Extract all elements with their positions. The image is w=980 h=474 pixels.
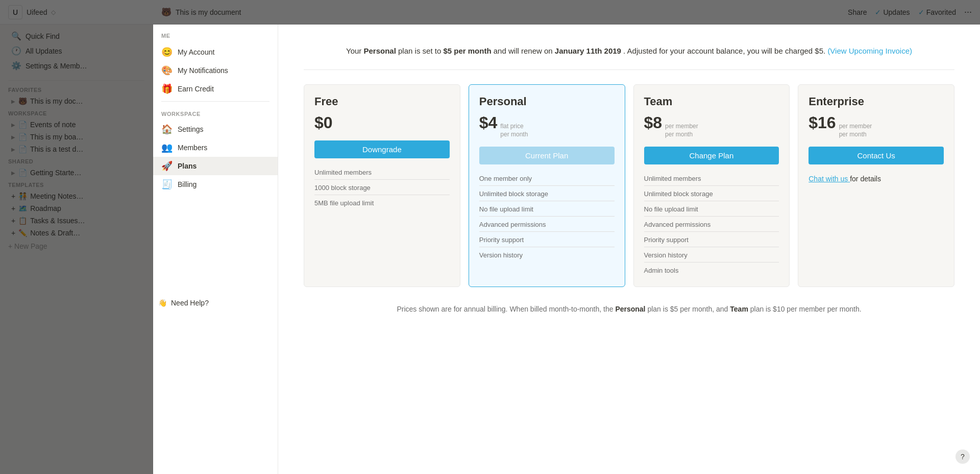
downgrade-button[interactable]: Downgrade — [314, 140, 450, 158]
feature-item: Unlimited block storage — [479, 190, 615, 201]
help-icon-button[interactable]: ? — [955, 449, 970, 464]
notifications-icon: 🎨 — [161, 65, 173, 76]
feature-item: 1000 block storage — [314, 184, 450, 195]
plan-card-team: Team $8 per member per month Change Plan… — [633, 84, 790, 287]
settings-item-label: My Notifications — [178, 66, 228, 75]
feature-item: Admin tools — [644, 267, 779, 274]
header-price: $5 per month — [443, 46, 491, 55]
settings-item-settings[interactable]: 🏠 Settings — [153, 120, 278, 138]
footer-plan2: Team — [730, 305, 748, 313]
plan-price-detail-enterprise: per member per month — [839, 123, 872, 138]
feature-item: Priority support — [644, 236, 779, 247]
plans-header: Your Personal plan is set to $5 per mont… — [304, 45, 954, 57]
footer-plan1: Personal — [615, 305, 645, 313]
settings-item-my-notifications[interactable]: 🎨 My Notifications — [153, 61, 278, 80]
settings-item-label: Settings — [178, 125, 204, 133]
wave-icon: 👋 — [158, 299, 167, 307]
plan-price-row-enterprise: $16 per member per month — [808, 113, 944, 138]
settings-item-members[interactable]: 👥 Members — [153, 138, 278, 157]
plans-grid: Free $0 Downgrade Unlimited members 1000… — [304, 84, 954, 287]
plan-price-team: $8 — [644, 113, 663, 132]
feature-item: Version history — [644, 251, 779, 263]
header-text-2: plan is set to — [398, 46, 443, 55]
settings-item-label: Members — [178, 144, 207, 152]
feature-item: Priority support — [479, 236, 615, 247]
plan-features-personal: One member only Unlimited block storage … — [479, 175, 615, 259]
settings-item-label: My Account — [178, 48, 214, 56]
need-help-label: Need Help? — [171, 299, 209, 307]
plan-features-team: Unlimited members Unlimited block storag… — [644, 175, 779, 274]
plan-price-row-team: $8 per member per month — [644, 113, 779, 138]
billing-icon: 🧾 — [161, 179, 173, 190]
settings-item-label: Plans — [178, 162, 197, 170]
plans-divider — [304, 69, 954, 70]
plan-price-detail-personal: flat price per month — [500, 123, 528, 138]
change-plan-button[interactable]: Change Plan — [644, 147, 779, 164]
plans-icon: 🚀 — [161, 160, 173, 172]
header-text-4: . Adjusted for your account balance, you… — [623, 46, 825, 55]
plan-price-detail-team: per member per month — [665, 123, 698, 138]
feature-item: Unlimited block storage — [644, 190, 779, 201]
plans-modal: Your Personal plan is set to $5 per mont… — [278, 25, 980, 474]
chat-with-us-link[interactable]: Chat with us — [808, 175, 850, 183]
header-text-3: and will renew on — [494, 46, 555, 55]
view-invoice-link[interactable]: (View Upcoming Invoice) — [827, 46, 912, 55]
feature-item: No file upload limit — [479, 205, 615, 217]
feature-item: No file upload limit — [644, 205, 779, 217]
enterprise-detail: Chat with us for details — [808, 175, 944, 183]
me-section-label: ME — [153, 25, 278, 43]
settings-item-earn-credit[interactable]: 🎁 Earn Credit — [153, 80, 278, 98]
plans-footer: Prices shown are for annual billing. Whe… — [304, 303, 954, 315]
workspace-section-label: WORKSPACE — [153, 105, 278, 120]
plan-name-personal: Personal — [479, 95, 615, 108]
settings-item-plans[interactable]: 🚀 Plans — [153, 157, 278, 175]
feature-item: Unlimited members — [644, 175, 779, 186]
plan-price-free: $0 — [314, 113, 333, 132]
plan-name-team: Team — [644, 95, 779, 108]
settings-item-label: Billing — [178, 180, 197, 188]
question-mark-icon: ? — [961, 453, 965, 461]
settings-item-label: Earn Credit — [178, 85, 214, 93]
home-icon: 🏠 — [161, 124, 173, 135]
plan-price-row-personal: $4 flat price per month — [479, 113, 615, 138]
settings-item-my-account[interactable]: 😊 My Account — [153, 43, 278, 61]
members-icon: 👥 — [161, 142, 173, 153]
plan-price-enterprise: $16 — [808, 113, 836, 132]
current-plan-button[interactable]: Current Plan — [479, 147, 615, 164]
plan-card-personal: Personal $4 flat price per month Current… — [469, 84, 625, 287]
plan-card-free: Free $0 Downgrade Unlimited members 1000… — [304, 84, 460, 287]
account-icon: 😊 — [161, 46, 173, 58]
plan-card-enterprise: Enterprise $16 per member per month Cont… — [798, 84, 954, 287]
gift-icon: 🎁 — [161, 83, 173, 94]
feature-item: One member only — [479, 175, 615, 186]
header-plan-name: Personal — [363, 46, 396, 55]
feature-item: Advanced permissions — [479, 221, 615, 232]
settings-item-billing[interactable]: 🧾 Billing — [153, 175, 278, 194]
plan-features-free: Unlimited members 1000 block storage 5MB… — [314, 169, 450, 207]
settings-panel: ME 😊 My Account 🎨 My Notifications 🎁 Ear… — [153, 25, 278, 474]
feature-item: Advanced permissions — [644, 221, 779, 232]
feature-item: Unlimited members — [314, 169, 450, 180]
plan-name-free: Free — [314, 95, 450, 108]
plan-price-personal: $4 — [479, 113, 498, 132]
settings-divider — [161, 101, 270, 102]
plan-price-row-free: $0 — [314, 113, 450, 132]
need-help-button[interactable]: 👋 Need Help? — [153, 296, 278, 310]
plan-name-enterprise: Enterprise — [808, 95, 944, 108]
header-date: January 11th 2019 — [555, 46, 621, 55]
header-text-1: Your — [346, 46, 361, 55]
overlay: ME 😊 My Account 🎨 My Notifications 🎁 Ear… — [0, 0, 980, 474]
feature-item: 5MB file upload limit — [314, 199, 450, 207]
feature-item: Version history — [479, 251, 615, 259]
contact-us-button[interactable]: Contact Us — [808, 147, 944, 164]
